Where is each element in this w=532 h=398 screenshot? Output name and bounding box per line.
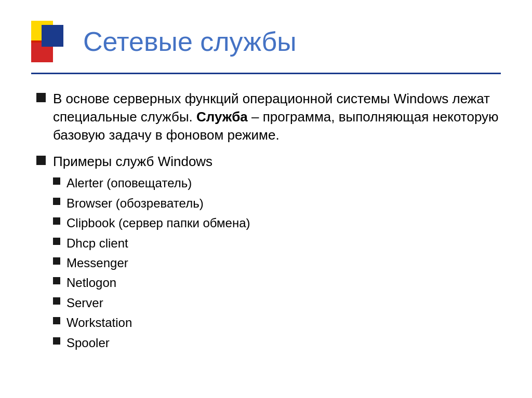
sub-item-text: Netlogon: [66, 275, 501, 291]
list-item: Netlogon: [53, 275, 501, 291]
list-item: Server: [53, 295, 501, 311]
list-item: Messenger: [53, 255, 501, 271]
sub-bullet-list: Alerter (оповещатель) Browser (обозреват…: [53, 175, 501, 351]
bullet-marker-l2: [53, 337, 60, 345]
sub-item-text: Spooler: [66, 335, 501, 351]
list-item: Clipbook (сервер папки обмена): [53, 215, 501, 231]
bullet-marker-l1: [36, 156, 46, 165]
slide-content: В основе серверных функций операционной …: [31, 90, 501, 354]
list-item: Dhcp client: [53, 235, 501, 252]
main-bullet-list: В основе серверных функций операционной …: [36, 90, 501, 354]
bullet-marker-l2: [53, 257, 60, 265]
bullet-text: Примеры служб Windows Alerter (оповещате…: [53, 153, 501, 354]
list-item: В основе серверных функций операционной …: [36, 90, 501, 144]
list-item: Browser (обозреватель): [53, 195, 501, 212]
bullet-marker-l2: [53, 177, 60, 185]
logo-decoration: [31, 21, 73, 62]
square-blue: [42, 25, 63, 47]
bullet-marker-l2: [53, 198, 60, 205]
slide-title: Сетевые службы: [83, 26, 297, 57]
list-item: Alerter (оповещатель): [53, 175, 501, 191]
list-item: Примеры служб Windows Alerter (оповещате…: [36, 153, 501, 354]
bullet-marker-l2: [53, 297, 60, 305]
sub-item-text: Messenger: [66, 255, 501, 271]
sub-item-text: Alerter (оповещатель): [66, 175, 501, 191]
sub-item-text: Workstation: [66, 314, 501, 331]
bullet-marker-l1: [36, 93, 46, 102]
header-divider: [31, 73, 501, 74]
sub-item-text: Clipbook (сервер папки обмена): [66, 215, 501, 231]
bold-term: Служба: [196, 109, 248, 125]
bullet-text: В основе серверных функций операционной …: [53, 90, 501, 144]
slide-header: Сетевые службы: [31, 21, 501, 62]
bullet-marker-l2: [53, 238, 60, 245]
bullet-marker-l2: [53, 217, 60, 225]
bullet-marker-l2: [53, 277, 60, 284]
list-item: Workstation: [53, 314, 501, 331]
sub-item-text: Dhcp client: [66, 235, 501, 252]
bullet-marker-l2: [53, 317, 60, 324]
sub-item-text: Server: [66, 295, 501, 311]
list-item: Spooler: [53, 335, 501, 351]
slide: Сетевые службы В основе серверных функци…: [0, 0, 532, 398]
sub-item-text: Browser (обозреватель): [66, 195, 501, 212]
